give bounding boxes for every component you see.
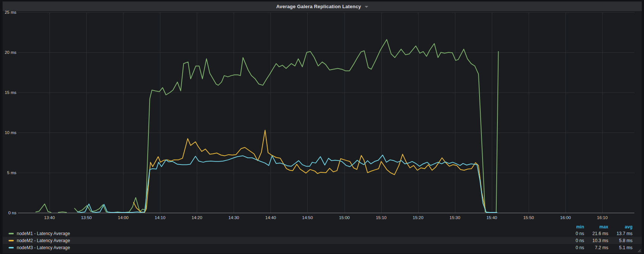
x-tick-label: 13:50 [81,215,92,220]
x-tick-label: 14:20 [192,215,202,220]
legend-avg-value: 5.1 ms [608,245,632,250]
legend-header-row: min max avg [3,224,642,230]
y-tick-label: 0 ns [8,211,16,215]
grafana-panel: Average Galera Replication Latency 13:40… [3,1,642,253]
legend-column-max[interactable]: max [584,224,608,229]
legend-max-value: 10.3 ms [584,238,608,243]
chart-canvas[interactable]: 13:4013:5014:0014:1014:2014:3014:4014:50… [3,1,642,253]
legend-row-nodeM2[interactable]: nodeM2 - Latency Average 0 ns 10.3 ms 5.… [3,237,642,244]
legend-series-label[interactable]: nodeM2 - Latency Average [17,238,70,243]
x-tick-label: 16:00 [560,215,571,220]
x-tick-label: 14:30 [228,215,239,220]
series-line-nodeM2[interactable] [134,130,486,212]
y-tick-label: 10 ms [5,130,17,135]
y-tick-label: 15 ms [5,90,17,95]
legend-min-value: 0 ns [560,238,584,243]
legend-series-label[interactable]: nodeM3 - Latency Average [17,245,70,250]
legend-max-value: 21.6 ms [584,231,608,236]
legend-row-nodeM3[interactable]: nodeM3 - Latency Average 0 ns 7.2 ms 5.1… [3,244,642,251]
y-tick-label: 5 ms [7,170,16,175]
legend-max-value: 7.2 ms [584,245,608,250]
x-tick-label: 13:40 [44,215,55,220]
legend: min max avg nodeM1 - Latency Average 0 n… [3,224,642,251]
y-tick-label: 20 ms [5,50,17,55]
grid-lines [18,12,634,213]
legend-min-value: 0 ns [560,231,584,236]
x-tick-label: 14:10 [155,215,166,220]
panel-resize-handle[interactable] [637,248,641,253]
legend-row-nodeM1[interactable]: nodeM1 - Latency Average 0 ns 21.6 ms 13… [3,230,642,237]
x-tick-label: 15:00 [339,215,350,220]
series-color-swatch[interactable] [9,233,14,234]
series-line-nodeM3[interactable] [77,155,497,212]
legend-column-avg[interactable]: avg [608,224,632,229]
x-tick-label: 15:40 [486,215,497,220]
x-tick-label: 14:00 [118,215,129,220]
x-tick-label: 15:20 [413,215,423,220]
x-tick-label: 15:30 [449,215,460,220]
legend-min-value: 0 ns [560,245,584,250]
series-color-swatch[interactable] [9,247,14,248]
grafana-page: { "panel": { "title": "Average Galera Re… [0,0,644,254]
axis-tick-labels: 13:4013:5014:0014:1014:2014:3014:4014:50… [5,10,608,220]
legend-series-label[interactable]: nodeM1 - Latency Average [17,231,70,236]
series-line-nodeM1[interactable] [36,39,498,212]
x-tick-label: 14:50 [302,215,313,220]
legend-avg-value: 5.8 ms [608,238,632,243]
x-tick-label: 15:50 [523,215,534,220]
y-tick-label: 25 ms [5,10,17,14]
x-tick-label: 14:40 [265,215,276,220]
legend-avg-value: 13.7 ms [608,231,632,236]
x-tick-label: 15:10 [376,215,387,220]
series-color-swatch[interactable] [9,240,14,241]
legend-column-min[interactable]: min [560,224,584,229]
x-tick-label: 16:10 [597,215,608,220]
